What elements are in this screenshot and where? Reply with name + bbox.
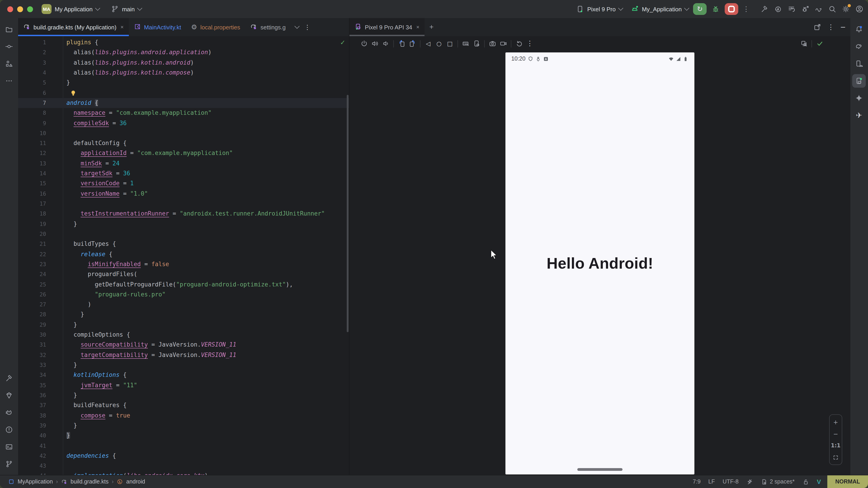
code-text[interactable]: ) — [66, 300, 91, 310]
toolwindow-project-folder-icon[interactable] — [2, 23, 16, 36]
code-text[interactable]: buildFeatures { — [66, 400, 127, 411]
tab-list-chevron-icon[interactable] — [294, 24, 300, 29]
toolwindow-commit-icon[interactable] — [2, 40, 16, 53]
line-number[interactable]: 31 — [18, 340, 46, 350]
line-number[interactable]: 21 — [18, 239, 46, 250]
line-number[interactable]: 43 — [18, 461, 46, 471]
line-number[interactable]: 15 — [18, 179, 46, 189]
minimize-window-button[interactable] — [17, 6, 23, 12]
stop-button[interactable] — [725, 3, 738, 15]
line-number[interactable]: 24 — [18, 269, 46, 280]
line-number[interactable]: 25 — [18, 280, 46, 290]
apply-code-changes-icon[interactable] — [787, 5, 796, 13]
layout-inspector-icon[interactable] — [798, 38, 809, 49]
line-number[interactable]: 33 — [18, 360, 46, 370]
toolwindow-gemini-icon[interactable] — [852, 91, 866, 105]
back-icon[interactable]: ◁ — [423, 38, 434, 49]
toolwindow-running-devices-icon[interactable] — [852, 74, 866, 88]
zoom-out-button[interactable]: − — [833, 428, 838, 439]
snapshot-reset-icon[interactable] — [514, 38, 524, 49]
line-number[interactable]: 42 — [18, 451, 46, 461]
rotate-right-icon[interactable] — [407, 38, 418, 49]
toolwindow-device-manager-icon[interactable] — [852, 57, 866, 70]
line-number[interactable]: 1 — [18, 37, 46, 48]
vcs-branch-widget[interactable]: main — [111, 5, 142, 13]
line-number[interactable]: 4 — [18, 68, 46, 78]
search-icon[interactable] — [828, 5, 836, 13]
toolwindow-problems-icon[interactable] — [2, 423, 16, 436]
caret-position-widget[interactable]: 7:9 — [693, 479, 701, 485]
code-text[interactable]: minSdk = 24 — [66, 159, 120, 169]
code-editor[interactable]: 1plugins {2 alias(libs.plugins.android.a… — [18, 36, 349, 475]
overview-icon[interactable]: □ — [444, 38, 455, 49]
editor-tab-local.properties[interactable]: ⚙local.properties — [186, 18, 245, 36]
run-configuration-selector[interactable]: My_Application — [631, 5, 688, 13]
account-icon[interactable] — [855, 5, 864, 13]
breadcrumb-item[interactable]: build.gradle.kts — [70, 479, 108, 485]
code-text[interactable]: isMinifyEnabled = false — [66, 259, 169, 269]
code-text[interactable]: alias(libs.plugins.android.application) — [66, 48, 212, 58]
line-number[interactable]: 6 — [18, 88, 46, 98]
line-number[interactable]: 36 — [18, 390, 46, 400]
close-window-button[interactable] — [7, 6, 13, 12]
code-text[interactable]: plugins { — [66, 37, 98, 48]
power-icon[interactable] — [359, 38, 369, 49]
ideavim-icon[interactable]: V — [817, 478, 821, 485]
toolwindow-terminal-icon[interactable] — [2, 440, 16, 454]
code-text[interactable]: } — [66, 219, 77, 229]
code-text[interactable]: alias(libs.plugins.kotlin.compose) — [66, 68, 194, 78]
line-ending-widget[interactable]: LF — [708, 479, 715, 485]
zoom-in-button[interactable]: + — [833, 417, 838, 427]
line-number[interactable]: 23 — [18, 259, 46, 269]
rotate-left-icon[interactable] — [396, 38, 407, 49]
code-text[interactable]: testInstrumentationRunner = "androidx.te… — [66, 209, 325, 219]
code-text[interactable]: compose = true — [66, 411, 130, 421]
line-number[interactable]: 29 — [18, 320, 46, 330]
open-in-window-icon[interactable] — [813, 23, 822, 31]
indent-widget[interactable]: 2 spaces* — [761, 478, 795, 485]
toolwindow-structure-icon[interactable] — [2, 57, 16, 70]
toolwindow-notifications-icon[interactable] — [852, 23, 866, 36]
toolwindow-app-inspection-icon[interactable] — [2, 389, 16, 402]
code-text[interactable]: targetSdk = 36 — [66, 168, 130, 179]
project-selector[interactable]: My Application — [55, 6, 93, 12]
code-text[interactable]: release { — [66, 249, 113, 259]
volume-up-icon[interactable] — [369, 38, 380, 49]
line-number[interactable]: 32 — [18, 350, 46, 360]
line-number[interactable]: 5 — [18, 78, 46, 88]
line-number[interactable]: 17 — [18, 199, 46, 209]
screen-record-icon[interactable] — [498, 38, 508, 49]
line-number[interactable]: 40 — [18, 431, 46, 441]
code-text[interactable]: getDefaultProguardFile("proguard-android… — [66, 280, 293, 290]
debug-button[interactable] — [711, 4, 720, 13]
line-number[interactable]: 28 — [18, 310, 46, 320]
line-number[interactable]: 39 — [18, 421, 46, 431]
code-text[interactable]: kotlinOptions { — [66, 370, 127, 381]
code-text[interactable]: applicationId = "com.example.myapplicati… — [66, 149, 233, 159]
line-number[interactable]: 9 — [18, 118, 46, 128]
maximize-window-button[interactable] — [27, 6, 33, 12]
build-icon[interactable] — [761, 5, 769, 13]
editor-tab-MainActivity.kt[interactable]: MainActivity.kt — [129, 18, 186, 36]
keyboard-icon[interactable] — [460, 38, 471, 49]
editor-tab-build.gradle.kts[interactable]: build.gradle.kts (My Application)× — [18, 18, 129, 36]
breadcrumb-item[interactable]: MyApplication — [18, 479, 53, 485]
device-settings-icon[interactable] — [471, 38, 482, 49]
home-icon[interactable]: ○ — [434, 38, 444, 49]
line-number[interactable]: 14 — [18, 168, 46, 179]
apply-changes-icon[interactable] — [774, 5, 782, 13]
code-text[interactable]: sourceCompatibility = JavaVersion.VERSIO… — [66, 340, 236, 350]
rerun-button[interactable]: ↻ — [693, 3, 707, 15]
ai-assistant-disabled-icon[interactable] — [746, 478, 753, 485]
line-number[interactable]: 12 — [18, 149, 46, 159]
line-number[interactable]: 30 — [18, 330, 46, 340]
line-number[interactable]: 3 — [18, 58, 46, 68]
emulator-screen[interactable]: 10:20 Hello Android! — [505, 53, 694, 475]
lock-open-icon[interactable] — [802, 478, 809, 485]
inspection-status-check-icon[interactable]: ✓ — [340, 39, 345, 46]
toolwindow-gradle-icon[interactable] — [852, 40, 866, 53]
code-text[interactable]: compileOptions { — [66, 330, 130, 340]
line-number[interactable]: 16 — [18, 189, 46, 199]
line-number[interactable]: 27 — [18, 300, 46, 310]
code-text[interactable]: versionName = "1.0" — [66, 189, 148, 199]
